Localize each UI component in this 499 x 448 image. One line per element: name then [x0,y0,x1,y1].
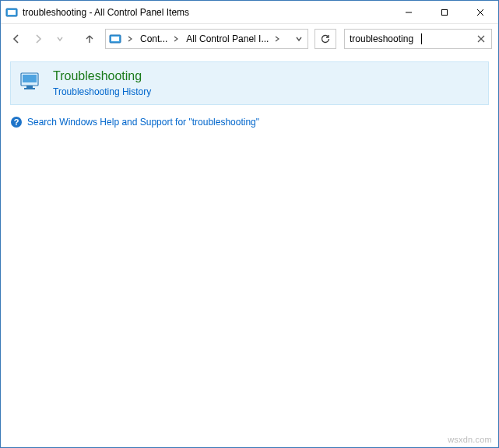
navigation-bar: Cont... All Control Panel I... [1,24,498,54]
control-panel-icon [5,6,18,19]
svg-rect-11 [23,75,37,82]
clear-search-button[interactable] [474,30,488,48]
svg-rect-13 [24,88,35,89]
svg-rect-7 [111,37,119,41]
refresh-button[interactable] [315,29,336,49]
control-panel-window: troubleshooting - All Control Panel Item… [0,0,499,448]
up-button[interactable] [80,30,99,48]
result-title[interactable]: Troubleshooting [53,68,151,84]
maximize-button[interactable] [427,1,462,23]
help-search-link[interactable]: Search Windows Help and Support for "tro… [27,117,259,128]
address-bar-icon [106,30,125,48]
search-box[interactable] [344,29,492,49]
close-button[interactable] [462,1,498,23]
chevron-right-icon[interactable] [272,30,283,48]
help-icon: ? [10,116,23,128]
content-area: Troubleshooting Troubleshooting History … [1,54,498,447]
back-button[interactable] [7,30,26,48]
minimize-button[interactable] [391,1,427,23]
svg-rect-1 [8,10,16,15]
search-result-item[interactable]: Troubleshooting Troubleshooting History [10,61,489,105]
window-title: troubleshooting - All Control Panel Item… [23,7,391,18]
recent-locations-button[interactable] [51,30,69,48]
address-bar[interactable]: Cont... All Control Panel I... [105,29,308,49]
breadcrumb-segment[interactable]: All Control Panel I... [181,30,272,48]
result-subtitle-link[interactable]: Troubleshooting History [53,86,151,98]
svg-rect-12 [26,86,33,88]
window-controls [391,1,498,23]
help-search-row: ? Search Windows Help and Support for "t… [10,116,489,128]
chevron-right-icon[interactable] [125,30,135,48]
address-dropdown-button[interactable] [290,30,307,48]
text-caret [421,33,422,44]
search-input[interactable] [345,30,491,48]
breadcrumb-segment[interactable]: Cont... [135,30,170,48]
titlebar: troubleshooting - All Control Panel Item… [1,1,498,24]
troubleshooting-icon [19,68,44,93]
chevron-right-icon[interactable] [170,30,181,48]
watermark-text: wsxdn.com [448,435,492,444]
result-text: Troubleshooting Troubleshooting History [53,68,151,98]
forward-button[interactable] [29,30,47,48]
svg-rect-3 [442,9,448,15]
svg-text:?: ? [14,117,19,127]
